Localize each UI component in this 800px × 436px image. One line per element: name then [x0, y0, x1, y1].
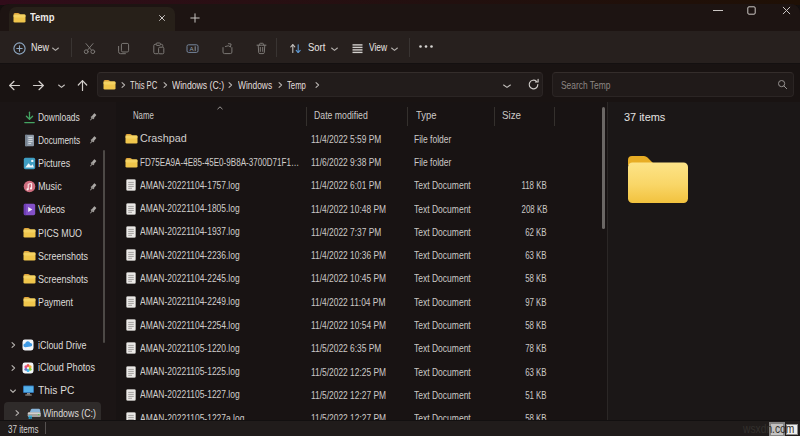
svg-text:A: A: [190, 44, 195, 51]
